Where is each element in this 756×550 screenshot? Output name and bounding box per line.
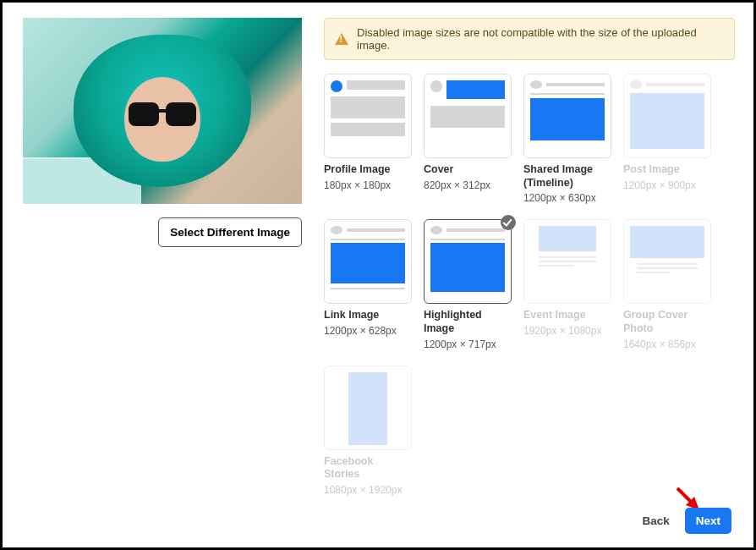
option-dimensions: 1200px × 717px (424, 338, 512, 350)
size-options-grid: Profile Image 180px × 180px Cover 820px … (324, 74, 735, 496)
alert-message: Disabled image sizes are not compatible … (357, 26, 724, 52)
option-title: Shared Image (Timeline) (523, 163, 611, 190)
option-dimensions: 180px × 180px (324, 179, 412, 191)
option-title: Post Image (623, 163, 711, 177)
size-option-link[interactable]: Link Image 1200px × 628px (324, 219, 412, 349)
warning-icon (335, 33, 348, 45)
back-button[interactable]: Back (637, 514, 674, 528)
option-title: Cover (424, 163, 512, 177)
compatibility-alert: Disabled image sizes are not compatible … (324, 18, 735, 60)
option-dimensions: 1080px × 1920px (324, 484, 412, 496)
option-title: Profile Image (324, 163, 412, 177)
size-option-event: Event Image 1920px × 1080px (523, 219, 611, 349)
option-title: Event Image (523, 309, 611, 322)
size-option-cover[interactable]: Cover 820px × 312px (424, 74, 512, 204)
select-different-image-button[interactable]: Select Different Image (158, 217, 302, 247)
size-option-post: Post Image 1200px × 900px (623, 74, 711, 204)
option-title: Facebook Stories (324, 455, 412, 481)
option-title: Link Image (324, 309, 412, 322)
option-dimensions: 1920px × 1080px (523, 325, 611, 337)
option-title: Group Cover Photo (623, 309, 711, 335)
size-option-highlighted[interactable]: Highlighted Image 1200px × 717px (424, 219, 512, 349)
option-dimensions: 1200px × 628px (324, 325, 412, 337)
size-option-stories: Facebook Stories 1080px × 1920px (324, 366, 412, 496)
option-dimensions: 820px × 312px (424, 179, 512, 191)
uploaded-image-preview (23, 18, 302, 204)
size-option-group-cover: Group Cover Photo 1640px × 856px (623, 219, 711, 349)
option-title: Highlighted Image (424, 309, 512, 335)
size-option-shared[interactable]: Shared Image (Timeline) 1200px × 630px (523, 74, 611, 204)
option-dimensions: 1640px × 856px (623, 338, 711, 350)
option-dimensions: 1200px × 900px (623, 179, 711, 191)
size-option-profile[interactable]: Profile Image 180px × 180px (324, 74, 412, 204)
selected-check-icon (501, 215, 516, 230)
next-button[interactable]: Next (685, 508, 731, 534)
option-dimensions: 1200px × 630px (523, 192, 611, 204)
